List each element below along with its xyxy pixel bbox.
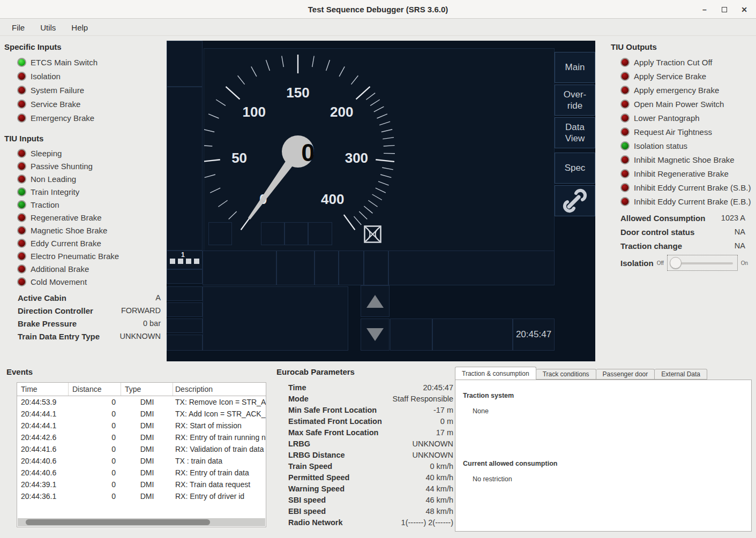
train-speed-value: 0 km/h [430, 462, 453, 471]
close-button[interactable]: ✕ [740, 5, 748, 14]
lower-pantograph-label: Lower Pantograph [634, 113, 700, 123]
non-leading-led[interactable] [17, 175, 26, 184]
dmi-cell [432, 319, 513, 351]
eurocab-parameters: Time20:45:47ModeStaff ResponsibleMin Saf… [276, 382, 453, 528]
system-failure-led[interactable] [17, 86, 26, 95]
settings-button[interactable] [555, 185, 595, 216]
active-cabin-row: Active CabinA [18, 291, 161, 304]
table-row[interactable]: 20:44:40.60DMITX : train data [17, 455, 266, 467]
min-safe-front-location-value: -17 m [433, 406, 453, 414]
tiu-inputs-title: TIU Inputs [4, 134, 161, 143]
events-hscrollbar[interactable] [18, 518, 265, 526]
permitted-speed-value: 40 km/h [425, 473, 453, 482]
svg-text:50: 50 [231, 150, 247, 166]
warning-speed-label: Warning Speed [288, 484, 345, 493]
non-leading-row: Non Leading [17, 172, 161, 185]
traction-label: Traction [31, 200, 59, 209]
clock-text: 20:45:47 [516, 329, 551, 340]
col-header-time[interactable]: Time [17, 383, 69, 396]
tab-external-data[interactable]: External Data [655, 369, 707, 380]
apply-traction-cut-off-led [620, 58, 630, 67]
slider-knob[interactable] [670, 257, 682, 269]
cell-type: DMI [121, 445, 173, 453]
table-row[interactable]: 20:44:44.10DMITX: Add Icon = STR_ACK_S [17, 408, 266, 420]
tab-track-conditions[interactable]: Track conditions [536, 369, 596, 380]
isolation-led[interactable] [17, 72, 26, 81]
col-header-type[interactable]: Type [121, 383, 173, 396]
menu-utils[interactable]: Utils [35, 21, 61, 34]
passive-shunting-label: Passive Shunting [31, 162, 93, 171]
menu-help[interactable]: Help [66, 21, 93, 34]
main-button[interactable]: Main [555, 52, 595, 83]
current-allowed-consumption-heading: Current allowed consumption [463, 460, 751, 467]
magnetic-shoe-brake-row: Magnetic Shoe Brake [17, 224, 161, 237]
traction-change-row: Traction changeNA [620, 239, 751, 253]
col-header-distance[interactable]: Distance [69, 383, 121, 396]
data-view-button[interactable]: Data View [555, 117, 595, 148]
inhibit-magnetic-shoe-brake-led [620, 155, 630, 164]
allowed-consumption-row: Allowed Consumption1023 A [620, 211, 751, 225]
minimize-button[interactable]: – [700, 5, 709, 14]
svg-text:300: 300 [345, 150, 368, 166]
crossed-box-icon [363, 224, 383, 244]
passive-shunting-led[interactable] [17, 162, 26, 171]
scrollbar-thumb[interactable] [26, 519, 210, 525]
time-value: 20:45:47 [423, 383, 453, 392]
tab-passenger-door[interactable]: Passenger door [596, 369, 655, 380]
scroll-down-button[interactable] [361, 319, 390, 351]
system-failure-row: System Failure [17, 83, 161, 97]
table-row[interactable]: 20:44:53.90DMITX: Remove Icon = STR_AC [17, 396, 266, 408]
inhibit-eddy-current-brake-e-b-led [620, 197, 630, 206]
cell-description: TX: Add Icon = STR_ACK_S [173, 410, 266, 418]
cell-time: 20:44:53.9 [17, 398, 69, 406]
menu-file[interactable]: File [6, 21, 30, 34]
service-brake-led[interactable] [17, 100, 26, 109]
specific-inputs-list: ETCS Main SwitchIsolationSystem FailureS… [4, 55, 161, 125]
non-leading-label: Non Leading [31, 175, 76, 184]
electro-pneumatic-brake-label: Electro Pneumatic Brake [31, 252, 119, 261]
table-row[interactable]: 20:44:44.10DMIRX: Start of mission [17, 420, 266, 431]
eddy-current-brake-led[interactable] [17, 239, 26, 248]
magnetic-shoe-brake-led[interactable] [17, 226, 26, 235]
maximize-button[interactable] [720, 5, 729, 14]
cold-movement-led[interactable] [17, 277, 26, 286]
svg-text:0: 0 [301, 139, 315, 166]
inhibit-magnetic-shoe-brake-label: Inhibit Magnetic Shoe Brake [634, 155, 735, 164]
table-row[interactable]: 20:44:36.10DMIRX: Entry of driver id [17, 490, 266, 502]
ebi-speed-row: EBI speed48 km/h [288, 505, 453, 517]
table-row[interactable]: 20:44:41.60DMIRX: Validation of train da… [17, 443, 266, 455]
emergency-brake-led[interactable] [17, 113, 26, 123]
table-row[interactable]: 20:44:39.10DMIRX: Train data request [17, 479, 266, 490]
apply-emergency-brake-label: Apply emergency Brake [634, 86, 719, 95]
override-button[interactable]: Over- ride [555, 85, 595, 116]
system-failure-label: System Failure [31, 86, 84, 95]
traction-led[interactable] [17, 200, 26, 209]
lrbg-distance-label: LRBG Distance [288, 451, 345, 459]
isolation-slider[interactable] [667, 255, 738, 271]
tab-traction-consumption[interactable]: Traction & consumption [455, 367, 536, 380]
table-row[interactable]: 20:44:42.60DMIRX: Entry of train running… [17, 431, 266, 443]
col-header-description[interactable]: Description [173, 383, 266, 396]
train-integrity-led[interactable] [17, 187, 26, 196]
sleeping-label: Sleeping [31, 149, 62, 158]
mode-row: ModeStaff Responsible [288, 393, 453, 404]
regenerative-brake-led[interactable] [17, 213, 26, 222]
direction-controller-value: FORWARD [121, 306, 161, 315]
service-brake-label: Service Brake [31, 100, 80, 109]
max-safe-front-location-value: 17 m [436, 428, 453, 437]
traction-change-value: NA [735, 241, 745, 250]
etcs-main-switch-led[interactable] [17, 58, 26, 67]
spec-button[interactable]: Spec [555, 153, 595, 184]
sleeping-led[interactable] [17, 149, 26, 158]
table-row[interactable]: 20:44:40.60DMIRX: Entry of train data [17, 467, 266, 479]
cell-description: RX: Entry of train data [173, 468, 266, 477]
request-air-tightness-label: Request Air Tightness [634, 127, 712, 137]
warning-speed-row: Warning Speed44 km/h [288, 483, 453, 494]
title-bar: Test Sequence Debugger (SRS 3.6.0) –✕ [0, 0, 756, 19]
dmi-cell [167, 286, 203, 301]
ebi-speed-label: EBI speed [288, 507, 326, 516]
electro-pneumatic-brake-led[interactable] [17, 252, 26, 261]
scroll-up-button[interactable] [361, 285, 390, 317]
additional-brake-led[interactable] [17, 264, 26, 274]
time-row: Time20:45:47 [288, 382, 453, 393]
